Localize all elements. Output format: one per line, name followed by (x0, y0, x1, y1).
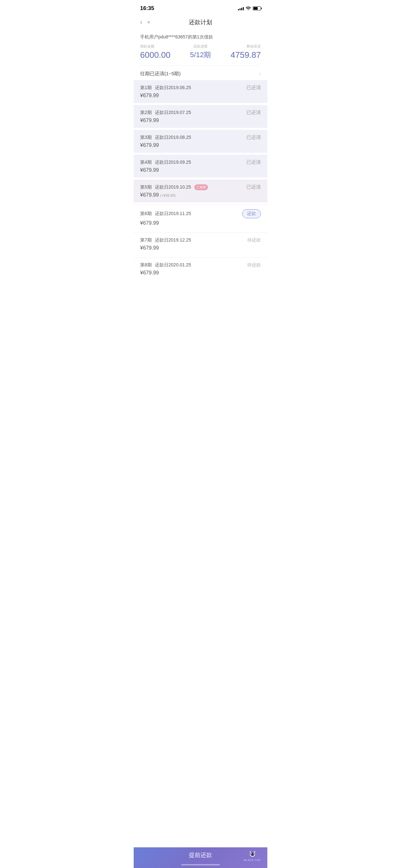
loan-user-label: 手机用户pdu8****63657的第1次借款 (140, 34, 261, 40)
payment-status: 已还清 (246, 134, 261, 141)
due-date: 还款日2019.07.25 (155, 110, 191, 116)
wifi-icon (246, 6, 251, 11)
period-label: 第1期 (140, 85, 152, 91)
total-amount-value: 6000.00 (140, 50, 171, 60)
payment-item: 第3期 还款日2019.08.25 已还清 ¥679.99 (134, 130, 267, 153)
remain-label: 剩余应还 (247, 44, 261, 49)
period-label: 第3期 (140, 135, 152, 141)
status-icons (238, 6, 261, 11)
payment-status: 已还清 (246, 110, 261, 116)
payment-status: 待还款 (247, 262, 261, 268)
nav-bar: ‹ × 还款计划 (134, 14, 267, 30)
total-amount-stat: 借款金额 6000.00 (140, 44, 171, 60)
progress-label: 还款进度 (193, 44, 208, 49)
progress-value: 5/12期 (190, 50, 211, 60)
total-amount-label: 借款金额 (140, 44, 154, 49)
close-button[interactable]: × (147, 19, 150, 26)
past-section-header: 往期已还清(1~5期) › (134, 66, 267, 80)
payment-amount: ¥679.99 (140, 167, 159, 173)
due-date: 还款日2019.09.25 (155, 159, 191, 165)
payment-status: 待还款 (247, 237, 261, 243)
period-label: 第4期 (140, 159, 152, 165)
due-date: 还款日2020.01.25 (155, 262, 191, 268)
signal-icon (238, 6, 244, 10)
due-date: 还款日2019.11.25 (155, 211, 191, 217)
loan-header: 手机用户pdu8****63657的第1次借款 借款金额 6000.00 还款进… (134, 30, 267, 65)
section-arrow-icon: › (259, 71, 261, 76)
payment-status: 已还清 (246, 184, 261, 190)
payment-item-pending: 第7期 还款日2019.12.25 待还款 ¥679.99 (134, 232, 267, 255)
progress-stat: 还款进度 5/12期 (190, 44, 211, 60)
period-label: 第2期 (140, 110, 152, 116)
payment-amount: ¥679.99 (140, 270, 159, 275)
remain-stat: 剩余应还 4759.87 (230, 44, 261, 60)
payment-amount: ¥679.99 (140, 118, 159, 123)
due-date: 还款日2019.12.25 (155, 237, 191, 243)
payment-amount: ¥679.99 (140, 245, 159, 251)
battery-icon (253, 6, 261, 10)
payment-status: 已还清 (246, 85, 261, 91)
payment-item-current: 第6期 还款日2019.11.25 还款 ¥679.99 (134, 205, 267, 230)
payment-amount: ¥679.99 (140, 192, 159, 197)
payment-item-overdue: 第5期 还款日2019.10.25 已逾期 已还清 ¥679.99 (+¥26.… (134, 180, 267, 203)
payment-amount: ¥679.99 (140, 93, 159, 98)
payment-item: 第1期 还款日2019.06.25 已还清 ¥679.99 (134, 80, 267, 103)
payment-item: 第2期 还款日2019.07.25 已还清 ¥679.99 (134, 105, 267, 128)
due-date: 还款日2019.06.25 (155, 85, 191, 91)
payment-amount: ¥679.99 (140, 143, 159, 148)
due-date: 还款日2019.08.25 (155, 135, 191, 141)
period-label: 第6期 (140, 211, 152, 217)
page-title: 还款计划 (189, 19, 212, 26)
due-date: 还款日2019.10.25 (155, 184, 191, 190)
past-section-title: 往期已还清(1~5期) (140, 71, 181, 77)
payment-extra: (+¥26.60) (160, 193, 175, 197)
back-button[interactable]: ‹ (140, 18, 143, 27)
overdue-badge: 已逾期 (194, 184, 208, 190)
period-label: 第7期 (140, 237, 152, 243)
payment-amount: ¥679.99 (140, 220, 159, 226)
pay-now-button[interactable]: 还款 (242, 209, 261, 218)
period-label: 第8期 (140, 262, 152, 268)
period-label: 第5期 (140, 184, 152, 190)
loan-stats: 借款金额 6000.00 还款进度 5/12期 剩余应还 4759.87 (140, 44, 261, 60)
status-time: 16:35 (140, 5, 154, 11)
payment-item: 第4期 还款日2019.09.25 已还清 ¥679.99 (134, 155, 267, 178)
payment-list: 第1期 还款日2019.06.25 已还清 ¥679.99 第2期 还款日201… (134, 80, 267, 280)
payment-item-pending: 第8期 还款日2020.01.25 待还款 ¥679.99 (134, 257, 267, 280)
remain-value: 4759.87 (230, 50, 261, 60)
status-bar: 16:35 (134, 0, 267, 14)
payment-status: 已还清 (246, 159, 261, 165)
